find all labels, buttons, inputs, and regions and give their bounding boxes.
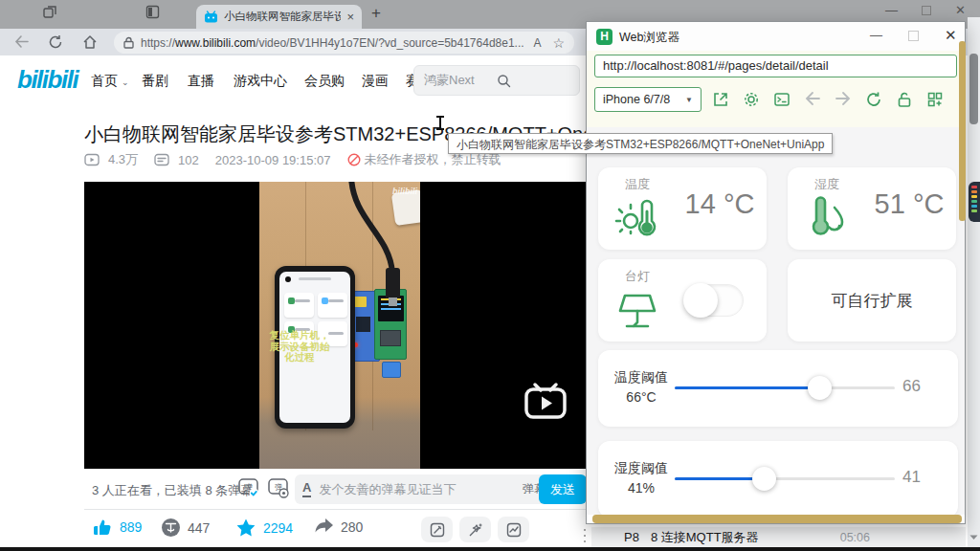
bilibili-logo[interactable]: bilibili (17, 65, 78, 95)
note-button[interactable] (421, 517, 453, 542)
reload-icon[interactable] (865, 91, 882, 108)
nav-bangumi[interactable]: 番剧 (142, 73, 168, 90)
window-minimize[interactable]: — (885, 3, 898, 17)
preview-horizontal-scrollbar[interactable] (592, 515, 962, 523)
lock-icon (123, 36, 134, 49)
humidity-icon (803, 194, 851, 242)
coin-icon (161, 518, 181, 538)
publish-date: 2023-10-09 19:15:07 (215, 153, 331, 167)
favorite-star-icon[interactable]: ☆ (552, 35, 565, 51)
humidity-threshold-slider[interactable] (675, 477, 895, 480)
read-aloud-icon[interactable]: A (533, 36, 541, 50)
chevron-down-icon: ⌄ (122, 77, 129, 87)
like-count: 889 (120, 519, 142, 535)
browser-tab[interactable]: 小白物联网智能家居毕设参考STM × (196, 5, 362, 29)
view-count: 4.3万 (108, 151, 138, 168)
temperature-value: 14 °C (680, 188, 759, 220)
nav-manga[interactable]: 漫画 (362, 73, 389, 90)
temperature-card: 温度 14 °C (598, 167, 767, 250)
home-icon[interactable] (82, 34, 98, 50)
nav-game-center[interactable]: 游戏中心 (234, 73, 287, 90)
webview-window[interactable]: H Web浏览器 — ✕ http://localhost:8081/#/pag… (586, 21, 966, 524)
window-close[interactable]: ✕ (955, 3, 966, 17)
lamp-card: 台灯 (598, 259, 767, 342)
search-icon[interactable] (497, 74, 569, 88)
danmaku-toggle-icon[interactable]: 弹 (237, 476, 260, 499)
thumbs-up-icon (92, 518, 113, 537)
favorite-button[interactable]: 2294 (235, 518, 293, 538)
stats-button[interactable] (498, 517, 529, 542)
desk-lamp-icon (613, 286, 661, 334)
triple-action-button[interactable] (459, 517, 491, 542)
slider-handle[interactable] (752, 467, 776, 491)
humidity-value: 51 °C (870, 188, 948, 220)
temp-threshold-card: 温度阈值66°C 66 (598, 350, 958, 427)
humidity-threshold-label: 湿度阈值41% (612, 458, 671, 498)
tab-close-icon[interactable]: × (346, 11, 354, 23)
unlock-icon[interactable] (896, 91, 913, 108)
dht-sensor (382, 362, 401, 378)
chart-icon (506, 522, 522, 538)
humidity-threshold-card: 湿度阈值41% 41 (598, 441, 958, 515)
webview-close[interactable]: ✕ (945, 27, 957, 44)
nav-shop[interactable]: 会员购 (304, 73, 345, 90)
scrollbar-down-arrow[interactable] (969, 534, 979, 543)
video-player[interactable]: bilibili (84, 182, 586, 469)
video-watermark: bilibili (392, 187, 417, 196)
temperature-label: 温度 (625, 176, 650, 193)
search-input[interactable]: 鸿蒙Next (413, 65, 580, 96)
lamp-toggle[interactable] (684, 284, 744, 317)
open-in-browser-icon[interactable] (712, 91, 729, 108)
refresh-icon[interactable] (48, 34, 63, 50)
bilibili-tv-watermark (520, 376, 571, 424)
address-bar[interactable]: https://www.bilibili.com/video/BV1HH4y1o… (114, 32, 574, 54)
layout-grid-icon[interactable] (926, 91, 944, 108)
slider-handle[interactable] (808, 376, 832, 400)
share-icon (314, 518, 334, 536)
usb-plug (386, 268, 400, 298)
console-icon[interactable] (773, 91, 791, 108)
scrollbar-thumb[interactable] (969, 54, 978, 124)
danmaku-bar: 3 人正在看，已装填 8 条弹幕 弹 弹 A 发个友善的弹幕见证当下 弹幕礼仪 … (84, 469, 586, 510)
note-icon (430, 522, 445, 538)
vertical-tabs-icon[interactable] (145, 5, 161, 18)
favorite-count: 2294 (263, 520, 293, 536)
list-drag-handle[interactable] (584, 525, 588, 548)
magic-wand-icon (468, 522, 483, 538)
screen: 小白物联网智能家居毕设参考STM × + — ✕ https://www.bil… (0, 0, 980, 551)
url-text: https://www.bilibili.com/video/BV1HH4y1o… (141, 36, 524, 50)
edge-sidebar-badge[interactable] (969, 182, 980, 222)
like-button[interactable]: 889 (92, 518, 142, 537)
webview-url-input[interactable]: http://localhost:8081/#/pages/detail/det… (594, 55, 957, 77)
webview-minimize[interactable]: — (870, 28, 882, 42)
tab-actions-icon[interactable] (43, 5, 58, 18)
webview-titlebar[interactable]: H Web浏览器 — ✕ (587, 22, 965, 51)
window-maximize[interactable] (922, 6, 931, 15)
nav-home[interactable]: 首页 ⌄ (91, 73, 128, 90)
webview-title: Web浏览器 (619, 30, 679, 46)
settings-gear-icon[interactable] (743, 91, 760, 108)
text-cursor (435, 116, 445, 131)
nav-live[interactable]: 直播 (188, 73, 214, 90)
nav-back-icon[interactable] (804, 91, 821, 108)
back-icon[interactable] (13, 34, 30, 49)
send-danmaku-button[interactable]: 发送 (539, 474, 587, 504)
danmaku-settings-icon[interactable]: 弹 (267, 476, 290, 499)
preview-vertical-scrollbar[interactable] (959, 41, 966, 221)
webview-maximize[interactable] (908, 31, 919, 41)
share-count: 280 (341, 519, 363, 535)
share-button[interactable]: 280 (314, 518, 363, 536)
coin-button[interactable]: 447 (161, 518, 210, 538)
font-style-icon[interactable]: A (302, 481, 311, 496)
video-stats: 4.3万 102 2023-10-09 19:15:07 未经作者授权，禁止转载 (84, 151, 501, 168)
new-tab-button[interactable]: + (371, 4, 381, 23)
video-part-row[interactable]: P8 8 连接MQTT服务器 05:06 (591, 527, 966, 547)
thermometer-sun-icon (613, 194, 661, 242)
danmaku-count: 102 (178, 153, 199, 167)
part-title: 8 连接MQTT服务器 (651, 529, 840, 546)
nav-forward-icon[interactable] (835, 91, 852, 108)
video-frame: bilibili (259, 182, 420, 469)
temp-threshold-slider[interactable] (675, 386, 895, 389)
device-selector[interactable]: iPhone 6/7/8 ▼ (594, 87, 702, 112)
toggle-knob (683, 283, 718, 318)
